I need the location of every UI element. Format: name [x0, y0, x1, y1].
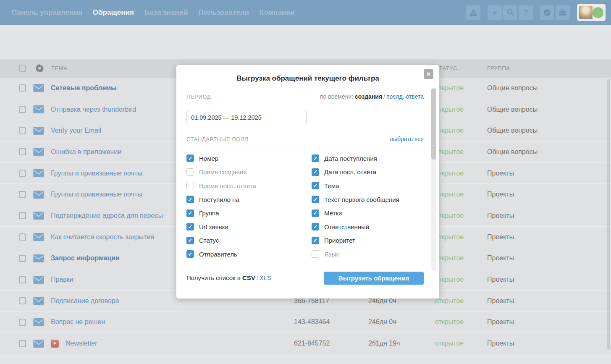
- field-last-reply-date[interactable]: Дата посл. ответа: [312, 165, 433, 179]
- ticket-topic[interactable]: Verify your Email: [51, 127, 101, 134]
- status-tools-group: [540, 5, 570, 20]
- checkbox-icon: [312, 182, 319, 189]
- row-checkbox[interactable]: [19, 255, 26, 262]
- ticket-topic[interactable]: Сетевые проблемы: [51, 84, 117, 92]
- ticket-status: открытое: [435, 84, 464, 92]
- ticket-status: открытое: [435, 170, 464, 177]
- row-checkbox[interactable]: [19, 106, 26, 113]
- ticket-group: Проекты: [487, 191, 514, 198]
- ticket-group: Общие вопросы: [487, 84, 538, 92]
- newsletter-badge-icon: [51, 340, 59, 348]
- field-first-message-text[interactable]: Текст первого сообщения: [312, 193, 433, 207]
- row-checkbox[interactable]: [19, 148, 26, 155]
- email-channel-icon: [33, 191, 44, 199]
- field-language[interactable]: Язык: [312, 247, 433, 261]
- email-channel-icon: [33, 212, 44, 220]
- row-checkbox[interactable]: [19, 233, 26, 241]
- row-checkbox[interactable]: [19, 191, 26, 198]
- xls-option[interactable]: XLS: [260, 274, 271, 281]
- field-tags[interactable]: Метки: [312, 206, 433, 220]
- row-checkbox[interactable]: [19, 84, 26, 92]
- ticket-topic[interactable]: Подписание договора: [51, 297, 119, 305]
- ticket-topic[interactable]: Ошибка в приложении: [51, 148, 121, 156]
- nav-item-companies[interactable]: Компании: [260, 8, 295, 17]
- top-nav: Панель управления Обращения База знаний …: [0, 0, 611, 25]
- ticket-topic[interactable]: Подтверждение адреса для пересы: [51, 212, 163, 220]
- field-group[interactable]: Группа: [186, 206, 308, 220]
- row-checkbox[interactable]: [19, 212, 26, 219]
- nav-item-dashboard[interactable]: Панель управления: [12, 8, 82, 17]
- csv-option[interactable]: CSV: [242, 274, 255, 281]
- field-label: Приоритет: [324, 237, 355, 244]
- date-range-input[interactable]: [186, 111, 307, 124]
- column-header-group[interactable]: ГРУППА: [487, 65, 510, 71]
- ticket-status: открытое: [435, 148, 464, 156]
- checkbox-icon: [312, 223, 319, 230]
- field-received-on[interactable]: Поступило на: [186, 193, 308, 207]
- field-received-date[interactable]: Дата поступления: [312, 152, 433, 165]
- checkbox-icon: [312, 196, 319, 203]
- ticket-topic[interactable]: Вопрос не решен: [51, 318, 105, 326]
- select-all-checkbox[interactable]: [19, 65, 26, 72]
- column-header-tema[interactable]: ТЕМА: [51, 65, 68, 71]
- select-all-link[interactable]: выбрать все: [390, 136, 424, 142]
- field-number[interactable]: Номер: [186, 152, 308, 165]
- ticket-status: открытое: [435, 318, 464, 326]
- table-row[interactable]: Вопрос не решен 143-483464 246дн 0ч откр…: [0, 312, 611, 333]
- ticket-topic[interactable]: Правки: [51, 276, 73, 283]
- field-priority[interactable]: Приоритет: [312, 234, 433, 248]
- nav-item-users[interactable]: Пользователи: [198, 8, 249, 17]
- export-format-label: Получить список в: [186, 274, 241, 281]
- ticket-group: Общие вопросы: [487, 127, 538, 134]
- field-created-time[interactable]: Время создания: [186, 165, 308, 179]
- field-label: Язык: [324, 251, 339, 258]
- ticket-topic[interactable]: Запрос информации: [51, 254, 120, 262]
- nav-item-tickets[interactable]: Обращения: [93, 8, 134, 17]
- search-button[interactable]: [503, 5, 517, 20]
- separator: /: [382, 93, 386, 100]
- modal-scrollbar-thumb[interactable]: [431, 88, 436, 160]
- gear-icon[interactable]: [35, 64, 44, 73]
- add-button[interactable]: +: [488, 5, 502, 20]
- standard-fields-label: СТАНДАРТНЫЕ ПОЛЯ: [186, 136, 249, 142]
- ticket-topic[interactable]: Newsletter: [66, 340, 97, 347]
- email-channel-icon: [33, 148, 44, 156]
- field-label: Отправитель: [199, 251, 237, 258]
- nav-item-knowledge-base[interactable]: База знаний: [144, 8, 188, 17]
- email-channel-icon: [33, 276, 44, 284]
- ticket-topic[interactable]: Группы и привязанные почты: [51, 191, 142, 198]
- table-row[interactable]: Newsletter 621-845752 261дн 19ч открытое…: [0, 333, 611, 354]
- field-label: Метки: [324, 209, 342, 217]
- field-last-reply-time[interactable]: Время посл. ответа: [186, 179, 308, 193]
- row-checkbox[interactable]: [19, 127, 26, 134]
- page-scrollbar[interactable]: [607, 79, 610, 350]
- field-ticket-url[interactable]: Url заявки: [186, 220, 308, 234]
- fields-column-right: Дата поступления Дата посл. ответа Тема …: [312, 152, 433, 261]
- ticket-topic[interactable]: Отправка через thunderbird: [51, 106, 136, 113]
- by-time-option-created[interactable]: создания: [355, 93, 382, 100]
- row-checkbox[interactable]: [19, 170, 26, 177]
- field-subject[interactable]: Тема: [312, 179, 433, 193]
- field-label: Статус: [199, 237, 219, 244]
- badge-check-button[interactable]: [540, 5, 554, 20]
- field-label: Время создания: [199, 168, 247, 175]
- alerts-button[interactable]: [466, 5, 480, 20]
- row-checkbox[interactable]: [19, 340, 26, 347]
- by-time-option-last-reply[interactable]: послд. ответа: [386, 93, 424, 100]
- row-checkbox[interactable]: [19, 319, 26, 326]
- help-button[interactable]: ?: [519, 5, 533, 20]
- email-channel-icon: [33, 254, 44, 262]
- field-assignee[interactable]: Ответственный: [312, 220, 433, 234]
- ticket-topic[interactable]: Как считается скорость закрытия: [51, 233, 154, 241]
- ticket-topic[interactable]: Группы и привязанные почты: [51, 170, 142, 177]
- user-account[interactable]: [577, 4, 606, 21]
- row-checkbox[interactable]: [19, 297, 26, 304]
- field-status[interactable]: Статус: [186, 234, 308, 248]
- ticket-status: открытое: [435, 233, 464, 241]
- briefcase-button[interactable]: [556, 5, 570, 20]
- field-label: Номер: [199, 155, 218, 162]
- field-sender[interactable]: Отправитель: [186, 247, 308, 261]
- export-tickets-button[interactable]: Выгрузить обращения: [324, 272, 424, 285]
- field-label: Поступило на: [199, 196, 239, 203]
- row-checkbox[interactable]: [19, 276, 26, 283]
